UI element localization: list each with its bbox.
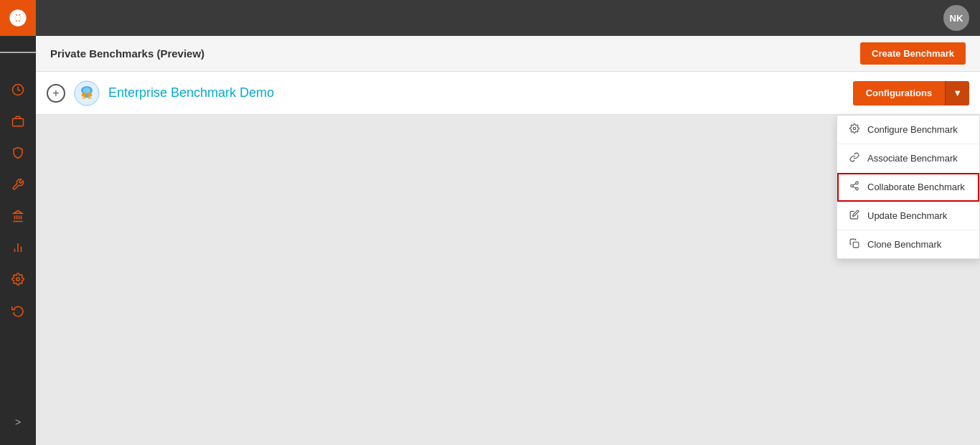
dropdown-configure[interactable]: Configure Benchmark [837, 116, 979, 144]
dropdown-collaborate-label: Collaborate Benchmark [867, 182, 965, 192]
configurations-dropdown-menu: Configure Benchmark Associate Benchmark … [837, 115, 980, 259]
sidebar-bottom: > [0, 406, 36, 445]
associate-icon [849, 152, 860, 164]
benchmark-row: + Enterprise Benchmark Demo Configuratio… [36, 72, 980, 115]
svg-point-19 [83, 88, 90, 93]
benchmark-title: Enterprise Benchmark Demo [108, 85, 853, 100]
svg-point-21 [88, 93, 92, 97]
dropdown-clone-label: Clone Benchmark [867, 239, 941, 250]
clone-icon [849, 238, 860, 250]
sidebar-item-bank[interactable] [0, 200, 36, 232]
svg-point-16 [17, 278, 20, 281]
dropdown-collaborate[interactable]: Collaborate Benchmark [837, 173, 979, 202]
configure-icon [849, 123, 860, 136]
svg-marker-12 [14, 211, 22, 214]
sidebar-item-briefcase[interactable] [0, 106, 36, 137]
sidebar: > [0, 0, 36, 445]
page-header: Private Benchmarks (Preview) Create Benc… [36, 36, 980, 72]
hamburger-menu[interactable] [0, 36, 36, 68]
svg-line-27 [853, 184, 856, 185]
sidebar-item-dashboard[interactable] [0, 74, 36, 106]
benchmark-item-icon [74, 80, 100, 106]
svg-line-26 [853, 187, 856, 188]
configurations-main-button[interactable]: Configurations [853, 81, 945, 106]
svg-point-20 [82, 93, 86, 97]
sidebar-expand-button[interactable]: > [0, 406, 36, 438]
content-area: + Enterprise Benchmark Demo Configuratio… [36, 72, 980, 445]
dropdown-associate-label: Associate Benchmark [867, 153, 958, 164]
configurations-dropdown-button[interactable]: ▼ [945, 81, 969, 106]
svg-point-23 [856, 182, 859, 184]
svg-point-25 [856, 187, 859, 190]
dropdown-configure-label: Configure Benchmark [867, 124, 958, 135]
sidebar-item-chart[interactable] [0, 232, 36, 263]
main-content: NK Private Benchmarks (Preview) Create B… [36, 0, 980, 445]
dropdown-update[interactable]: Update Benchmark [837, 202, 979, 230]
update-icon [849, 210, 860, 222]
svg-rect-6 [13, 118, 24, 126]
page-title: Private Benchmarks (Preview) [50, 47, 204, 60]
collaborate-icon [849, 181, 860, 193]
svg-point-24 [851, 184, 854, 187]
sidebar-item-tools[interactable] [0, 169, 36, 200]
sidebar-item-shield[interactable] [0, 137, 36, 169]
dropdown-update-label: Update Benchmark [867, 210, 947, 221]
sidebar-nav [0, 68, 36, 406]
create-benchmark-button[interactable]: Create Benchmark [860, 42, 966, 65]
app-logo[interactable] [0, 0, 36, 36]
svg-rect-28 [853, 242, 859, 248]
add-benchmark-icon[interactable]: + [47, 84, 65, 103]
topbar: NK [36, 0, 980, 36]
sidebar-item-history[interactable] [0, 295, 36, 327]
svg-point-22 [853, 127, 856, 130]
configurations-button-group: Configurations ▼ [853, 81, 969, 106]
user-avatar[interactable]: NK [943, 5, 969, 31]
sidebar-item-settings[interactable] [0, 263, 36, 295]
dropdown-clone[interactable]: Clone Benchmark [837, 230, 979, 258]
dropdown-associate[interactable]: Associate Benchmark [837, 144, 979, 173]
